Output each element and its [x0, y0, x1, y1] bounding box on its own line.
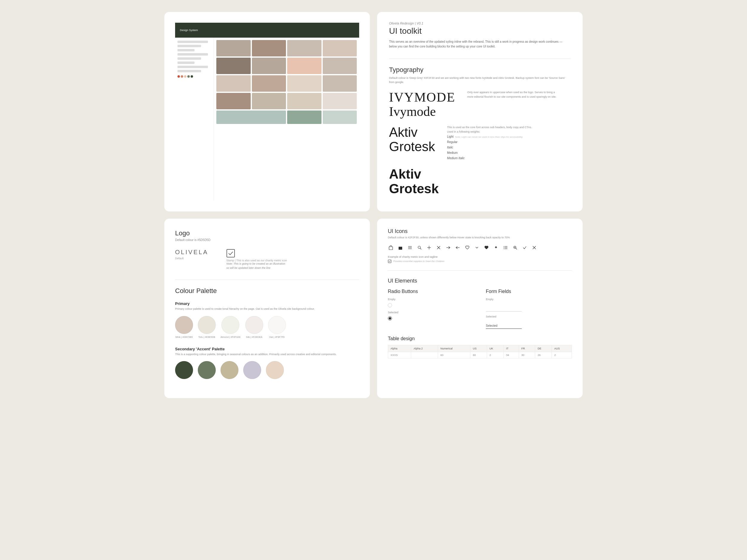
- weight-medium-italic: Medium Italic: [447, 156, 537, 161]
- swatch-almond-color: [222, 316, 239, 334]
- font-row-aktiv-light: Aktiv Grotesk This is used as the core f…: [389, 125, 571, 161]
- swatch-oat-label: Oat | #F9F7F6: [269, 336, 285, 338]
- aktiv-grotesk-b: Grotesk: [389, 182, 439, 196]
- img-block-1: [216, 40, 251, 56]
- swatch-dark-green: [175, 361, 193, 379]
- icon-bag-filled: [397, 245, 403, 250]
- ui-elements-title: UI Elements: [388, 278, 572, 284]
- img-block-12: [323, 75, 357, 92]
- col-fr: FR: [519, 345, 535, 352]
- icon-search: [416, 245, 422, 250]
- ui-toolkit-desc: This serves as an overview of the update…: [389, 39, 568, 49]
- img-block-19: [323, 110, 357, 124]
- svg-rect-1: [389, 247, 393, 250]
- divider-1: [389, 58, 571, 59]
- svg-rect-2: [398, 247, 402, 250]
- radio-selected-circle[interactable]: [388, 316, 392, 320]
- divider-3: [388, 270, 572, 271]
- stamp-svg-icon: [226, 249, 235, 258]
- icons-desc: Default colour is #2F2F30, unless shown …: [388, 236, 572, 240]
- img-block-5: [216, 58, 251, 74]
- svg-point-18: [504, 247, 505, 248]
- sidebar-item-6: [178, 61, 195, 64]
- icon-heart-outline: [464, 245, 470, 250]
- preview-body: [175, 37, 359, 201]
- sidebar-item-1: [178, 41, 208, 43]
- swatch-dark-green-color: [175, 361, 193, 379]
- col-it: IT: [504, 345, 519, 352]
- swatch-mink: Mink | #D6C5B9: [175, 316, 193, 338]
- aktiv-grotesk-r: Grotesk: [389, 139, 435, 154]
- img-block-10: [252, 75, 286, 92]
- preview-image-grid: [214, 37, 359, 201]
- preview-header-text: Design System: [180, 29, 198, 32]
- swatch-peach: [266, 361, 284, 379]
- cell-us: 60: [470, 352, 487, 358]
- sidebar-item-4: [178, 53, 208, 56]
- img-block-17: [216, 110, 286, 124]
- cell-numerical: 60: [438, 352, 470, 358]
- sidebar-item-7: [178, 66, 208, 68]
- table-header-row: Alpha Alpha 2 Numerical US UK IT FR DE A…: [388, 345, 572, 352]
- form-title: Form Fields: [486, 289, 572, 294]
- cell-it: 34: [504, 352, 519, 358]
- cell-aus: 2: [551, 352, 572, 358]
- icon-arrow-left: [455, 245, 461, 250]
- img-block-18: [287, 110, 321, 124]
- font-row-aktiv-bold: Aktiv Grotesk: [389, 167, 571, 196]
- svg-point-19: [504, 248, 505, 249]
- table-body: XXXS 60 60 2 34 30 26 2: [388, 352, 572, 358]
- form-selected-label: Selected: [486, 315, 572, 318]
- stamp-note: Note: This is going to be created as an …: [226, 262, 286, 270]
- cell-fr: 30: [519, 352, 535, 358]
- secondary-label: Secondary 'Accent' Palette: [175, 347, 359, 351]
- swatch-lavender: [243, 361, 261, 379]
- radio-empty-circle[interactable]: [388, 303, 392, 307]
- radio-selected-row: [388, 316, 474, 320]
- col-numerical: Numerical: [438, 345, 470, 352]
- img-block-3: [287, 40, 321, 56]
- ivy-note: Only ever appears in uppercase when used…: [467, 90, 557, 100]
- swatch-silk: Silk | #F2EDEA: [245, 316, 263, 338]
- logo-label: Default: [175, 257, 184, 260]
- aktiv-note: This is used as the core font across sub…: [447, 125, 537, 134]
- svg-point-17: [504, 246, 505, 247]
- swatch-oat: Oat | #F9F7F6: [268, 316, 286, 338]
- img-block-4: [323, 40, 357, 56]
- radio-empty-label: Empty: [388, 298, 474, 301]
- logo-row: OLIVELA Default Stamp | This is also use…: [175, 249, 359, 270]
- swatch-tan-color: [221, 361, 238, 379]
- logo-text: OLIVELA: [175, 249, 208, 256]
- ui-columns: Radio Buttons Empty Selected Form Fields…: [388, 289, 572, 329]
- sidebar-item-8: [178, 70, 201, 72]
- img-block-14: [252, 93, 286, 109]
- secondary-palette-section: Secondary 'Accent' Palette This is a sup…: [175, 347, 359, 379]
- table-design-title: Table design: [388, 336, 572, 341]
- radio-title: Radio Buttons: [388, 289, 474, 294]
- col-us: US: [470, 345, 487, 352]
- form-selected-field[interactable]: Selected: [486, 320, 522, 329]
- col-aus: AUS: [551, 345, 572, 352]
- form-empty-field[interactable]: [486, 303, 522, 312]
- icons-title: UI Icons: [388, 228, 572, 235]
- typography-desc: Default colour is 'Deep Grey' #2F2F30 an…: [389, 76, 571, 84]
- img-block-9: [216, 75, 251, 92]
- swatch-tofu-label: Tofu | #E9E5DB: [199, 336, 215, 338]
- form-empty-label: Empty: [486, 298, 572, 301]
- font-display-aktiv-bold: Aktiv Grotesk: [389, 167, 439, 196]
- radio-selected-label: Selected: [388, 311, 474, 314]
- radio-empty-row: [388, 303, 474, 307]
- sidebar-item-2: [178, 45, 201, 47]
- ivy-upper: IVYMODE: [389, 90, 455, 105]
- primary-label: Primary: [175, 301, 359, 306]
- weight-italic: Italic: [447, 145, 537, 150]
- table-row: XXXS 60 60 2 34 30 26 2: [388, 352, 572, 358]
- swatch-mink-label: Mink | #D6C5B9: [175, 336, 193, 338]
- swatch-silk-label: Silk | #F2EDEA: [246, 336, 262, 338]
- aktiv-regular-1: Aktiv: [389, 125, 435, 139]
- dot-1: [178, 75, 180, 78]
- colour-palette-section: Colour Palette Primary Primary colour pa…: [175, 287, 359, 338]
- font-display-ivy: IVYMODE Ivymode: [389, 90, 455, 119]
- icon-plus: [426, 245, 432, 250]
- logo-stamp: Stamp | This is also used as our charity…: [226, 249, 287, 270]
